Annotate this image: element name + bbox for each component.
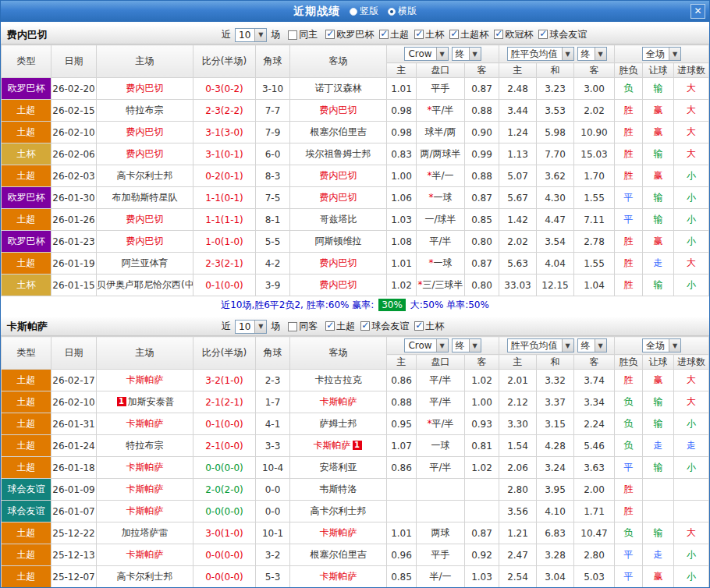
col-avg-away: 客 xyxy=(574,63,615,78)
avg-home: 2.54 xyxy=(499,566,537,588)
match-count-select[interactable]: 10 ▼ xyxy=(235,28,267,42)
win-rate-badge: 30% xyxy=(378,299,406,311)
avg-home: 1.54 xyxy=(499,435,537,457)
corner-score: 7-9 xyxy=(256,122,290,143)
avg-time-select[interactable]: 终 ▼ xyxy=(577,47,607,61)
match-row: 土超26-02-17卡斯帕萨3-2(1-0)2-3卡拉古拉克0.86平/半1.0… xyxy=(2,370,709,391)
match-score: 3-2(1-0) xyxy=(193,370,256,391)
home-team: 布加勒斯特星队 xyxy=(97,187,193,209)
match-date: 26-02-10 xyxy=(51,391,97,413)
avg-draw: 4.28 xyxy=(537,435,574,457)
match-row: 土超26-02-10费内巴切3-1(3-0)7-9根塞尔伯里吉0.98球半/两0… xyxy=(2,122,709,143)
checkbox-icon[interactable] xyxy=(449,30,459,39)
avg-draw: 6.83 xyxy=(537,522,574,544)
corner-score: 4-2 xyxy=(256,253,290,275)
match-score: 1-1(1-1) xyxy=(193,209,256,231)
layout-horizontal-option[interactable]: 横版 xyxy=(388,5,417,18)
league-filter[interactable]: 土超 xyxy=(379,28,409,41)
league-filters: 土超球会友谊土杯 xyxy=(320,320,444,334)
section-header: 卡斯帕萨 近 10 ▼ 场 同客 土超球会友谊土杯 xyxy=(1,317,709,336)
checkbox-icon[interactable] xyxy=(494,30,503,39)
avg-away: 1.55 xyxy=(574,187,615,209)
match-score: 0-2(0-1) xyxy=(193,165,256,187)
result-handicap: 输 xyxy=(643,413,674,435)
avg-draw: 3.62 xyxy=(537,165,574,187)
avg-type-select[interactable]: 胜平负均值 ▼ xyxy=(507,338,574,352)
league-filter[interactable]: 土超 xyxy=(325,320,355,333)
league-filter-label: 土超杯 xyxy=(460,28,488,41)
checkbox-icon[interactable] xyxy=(379,30,389,39)
same-venue-checkbox[interactable] xyxy=(288,322,297,331)
team-label: 卡斯帕萨 xyxy=(126,549,164,560)
result-handicap: 输 xyxy=(643,187,674,209)
handicap: 一球 xyxy=(417,435,465,457)
col-odds-away: 客 xyxy=(465,355,499,370)
avg-home: 1.24 xyxy=(499,122,537,143)
odds-time-select[interactable]: 终 ▼ xyxy=(452,338,481,352)
away-team: 费内巴切 xyxy=(290,253,387,275)
avg-home: 3.30 xyxy=(499,413,537,435)
match-row: 土超26-01-24特拉布宗2-1(0-0)3-3卡斯帕萨11.07一球0.81… xyxy=(2,435,709,457)
match-score: 1-0(1-0) xyxy=(193,231,256,253)
avg-away: 5.03 xyxy=(574,566,615,588)
corner-score: 3-3 xyxy=(256,435,290,457)
same-venue-filter[interactable]: 同主 xyxy=(288,28,318,41)
avg-away: 3.34 xyxy=(574,391,615,413)
checkbox-icon[interactable] xyxy=(325,30,335,39)
handicap: 平/半 xyxy=(417,457,465,479)
home-team: 卡斯帕萨 xyxy=(97,479,193,501)
col-corner: 角球 xyxy=(256,337,290,370)
col-wdl: 胜负 xyxy=(615,63,643,78)
scope-select[interactable]: 全场 ▼ xyxy=(642,47,681,61)
checkbox-icon[interactable] xyxy=(414,321,424,331)
scope-select[interactable]: 全场 ▼ xyxy=(642,338,681,352)
odds-home: 1.02 xyxy=(387,275,417,296)
radio-selected-icon[interactable] xyxy=(388,8,396,16)
checkbox-icon[interactable] xyxy=(414,30,424,39)
avg-away: 3.00 xyxy=(574,78,615,100)
close-button[interactable]: ✕ xyxy=(690,4,705,19)
avg-draw: 3.04 xyxy=(537,566,574,588)
radio-unselected-icon[interactable] xyxy=(350,8,357,16)
avg-type-select[interactable]: 胜平负均值 ▼ xyxy=(507,47,574,61)
league-filter[interactable]: 欧冠杯 xyxy=(494,28,533,41)
team-label: 根塞尔伯里吉 xyxy=(311,126,367,137)
result-wdl: 平 xyxy=(615,187,643,209)
match-score: 2-1(0-0) xyxy=(193,435,256,457)
away-team: 卡斯帕萨 xyxy=(290,566,387,588)
team-label: 萨姆士邦 xyxy=(320,418,357,429)
same-venue-checkbox[interactable] xyxy=(288,30,297,40)
team-label: 诺丁汉森林 xyxy=(315,83,362,94)
league-filter[interactable]: 欧罗巴杯 xyxy=(325,28,374,41)
match-date: 26-01-19 xyxy=(51,253,97,275)
same-venue-filter[interactable]: 同客 xyxy=(288,320,318,333)
league-filter[interactable]: 球会友谊 xyxy=(538,28,587,41)
odds-home: 1.03 xyxy=(387,209,417,231)
avg-time-select[interactable]: 终 ▼ xyxy=(577,338,607,352)
checkbox-icon[interactable] xyxy=(538,30,548,39)
odds-away: 0.81 xyxy=(465,435,499,457)
result-handicap: 赢 xyxy=(643,566,674,588)
result-wdl: 胜 xyxy=(615,100,643,122)
odds-company-select[interactable]: Crow ▼ xyxy=(404,47,448,61)
avg-away: 15.03 xyxy=(574,143,615,165)
same-venue-label: 同主 xyxy=(299,28,318,41)
team-section: 费内巴切 近 10 ▼ 场 同主 欧罗巴杯土超土杯土超杯欧冠杯球会友谊 xyxy=(1,26,709,313)
league-filter[interactable]: 球会友谊 xyxy=(360,320,409,333)
league-filter[interactable]: 土杯 xyxy=(414,28,444,41)
odds-company-select[interactable]: Crow ▼ xyxy=(404,338,448,352)
handicap: *平/半 xyxy=(417,100,465,122)
result-wdl: 胜 xyxy=(615,253,643,275)
odds-time-select[interactable]: 终 ▼ xyxy=(452,47,481,61)
checkbox-icon[interactable] xyxy=(360,321,370,331)
match-row: 土超26-01-19阿兰亚体育2-3(2-1)4-2费内巴切1.01*一球0.8… xyxy=(2,253,709,275)
league-filter[interactable]: 土超杯 xyxy=(449,28,488,41)
match-count-select[interactable]: 10 ▼ xyxy=(235,320,267,334)
match-type: 土超 xyxy=(2,122,51,143)
team-label: 卡斯帕萨 xyxy=(126,484,164,494)
checkbox-icon[interactable] xyxy=(325,321,335,331)
league-filter[interactable]: 土杯 xyxy=(414,320,444,333)
layout-vertical-option[interactable]: 竖版 xyxy=(350,5,378,18)
col-type: 类型 xyxy=(2,337,51,370)
avg-away: 1.70 xyxy=(574,165,615,187)
